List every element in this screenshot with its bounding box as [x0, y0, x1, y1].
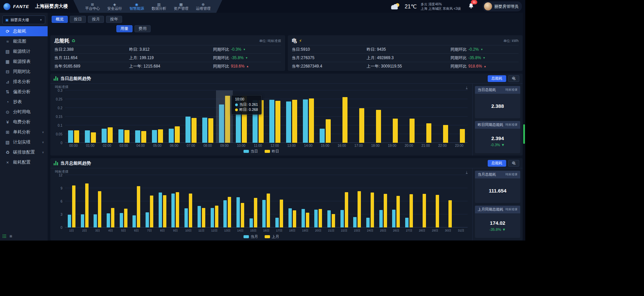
sidebar-item-energy-report[interactable]: ▦能源报表 — [0, 56, 48, 67]
bar-group[interactable] — [400, 90, 417, 143]
bar-group[interactable] — [286, 175, 299, 227]
bar-group[interactable] — [364, 175, 377, 227]
bar-group[interactable] — [283, 90, 300, 143]
chart-toggle-total[interactable]: 总能耗 — [488, 160, 506, 167]
bar-group[interactable] — [149, 90, 166, 143]
bar-group[interactable] — [367, 90, 384, 143]
legend-item[interactable]: 昨日 — [265, 149, 279, 154]
bar-group[interactable] — [317, 90, 333, 143]
bar-group[interactable] — [260, 175, 273, 227]
bar-group[interactable] — [454, 175, 468, 227]
energy-report-icon: ▦ — [5, 59, 10, 64]
bar-group[interactable] — [247, 175, 260, 227]
user-menu[interactable]: 丽婴房管理员 — [483, 1, 522, 11]
dots-grid-icon[interactable] — [3, 235, 3, 235]
app-window: FANTE 上海丽婴房大楼 ⊞平台中心◈安全运行◉智慧能源▥数据分析▦资产管理⊕… — [0, 0, 525, 241]
notification-bell-icon[interactable]: 11 — [468, 3, 474, 10]
sidebar-item-energy-stats[interactable]: ▤能源统计 — [0, 46, 48, 56]
sidebar-item-electricity-fee[interactable]: ¥电费分析 — [0, 117, 48, 127]
sidebar-item-carbon-config[interactable]: ♻碳排放配置∨ — [0, 147, 48, 157]
energy-stats-icon: ▤ — [5, 49, 10, 54]
tab-yearly[interactable]: 按年 — [106, 16, 122, 23]
bar-group[interactable] — [350, 90, 367, 143]
bar-group[interactable] — [65, 175, 78, 227]
bar-group[interactable] — [208, 175, 221, 227]
bar-group[interactable] — [273, 175, 286, 227]
bar-group[interactable] — [169, 175, 182, 227]
bar-group[interactable] — [325, 175, 338, 227]
building-select[interactable]: ▣ 丽婴房大楼 ▼ — [2, 15, 45, 24]
bar-group[interactable] — [143, 175, 156, 227]
tab-monthly[interactable]: 按月 — [88, 16, 104, 23]
collapse-sidebar-icon[interactable]: ≡ — [9, 234, 12, 239]
sidebar-item-unit-consumption[interactable]: ⊞单耗分析∨ — [0, 127, 48, 137]
sidebar-item-deviation[interactable]: ⇅偏差分析 — [0, 87, 48, 97]
bar-group[interactable] — [377, 175, 390, 227]
bar-group[interactable] — [78, 175, 91, 227]
bar-group[interactable] — [221, 175, 234, 227]
bar-group[interactable] — [82, 90, 99, 143]
sidebar-item-meter-reading[interactable]: ◔抄表 — [0, 97, 48, 107]
bar-group[interactable] — [390, 175, 403, 227]
bar-group[interactable] — [351, 175, 364, 227]
bar-group[interactable] — [338, 175, 351, 227]
sidebar-item-tou-power[interactable]: ⊙分时用电 — [0, 107, 48, 117]
bar-group[interactable] — [130, 175, 143, 227]
legend-item[interactable]: 当月 — [244, 234, 258, 239]
chart-toggle-total[interactable]: 总能耗 — [488, 75, 506, 82]
chart-toggle-electric[interactable]: 电 — [508, 160, 519, 167]
legend-item[interactable]: 上月 — [265, 234, 279, 239]
bar-group[interactable] — [266, 90, 283, 143]
sidebar-item-plan-actual[interactable]: ▧计划实绩∨ — [0, 137, 48, 147]
tab-overview[interactable]: 概览 — [52, 16, 68, 23]
scrollbar-thumb[interactable] — [523, 124, 525, 144]
sidebar-item-period-compare[interactable]: ⊟同期对比 — [0, 67, 48, 77]
bar-group[interactable] — [65, 90, 82, 143]
bar — [384, 194, 387, 227]
bar-group[interactable] — [416, 175, 429, 227]
bar-group[interactable] — [300, 90, 317, 143]
bar-group[interactable] — [182, 175, 195, 227]
nav-item-ops-management[interactable]: ⊕运维管理 — [193, 2, 214, 11]
bar-group[interactable] — [402, 175, 416, 227]
nav-item-asset-management[interactable]: ▦资产管理 — [171, 2, 192, 11]
legend-item[interactable]: 当日 — [244, 149, 258, 154]
bar-group[interactable] — [91, 175, 104, 227]
bar-group[interactable] — [199, 90, 216, 143]
nav-item-platform-center[interactable]: ⊞平台中心 — [82, 2, 103, 11]
bar-group[interactable] — [434, 90, 451, 143]
bar-group[interactable] — [441, 175, 454, 227]
bar — [309, 98, 314, 143]
bar — [306, 213, 309, 227]
bar-group[interactable] — [156, 175, 169, 227]
sidebar-item-energy-config[interactable]: ×能耗配置 — [0, 157, 48, 167]
sidebar-item-energy-flow[interactable]: ≈能流图 — [0, 36, 48, 46]
bar-group[interactable] — [117, 175, 130, 227]
nav-item-data-analysis[interactable]: ▥数据分析 — [149, 2, 169, 11]
chart-toggle-electric[interactable]: 电 — [508, 75, 519, 82]
download-icon[interactable]: ↓ — [466, 85, 468, 89]
bar-group[interactable] — [333, 90, 350, 143]
bar-group[interactable] — [104, 175, 117, 227]
sidebar-item-ranking[interactable]: ⊿排名分析 — [0, 77, 48, 87]
bar-group[interactable] — [115, 90, 132, 143]
bar-group[interactable] — [384, 90, 400, 143]
bar-group[interactable] — [299, 175, 312, 227]
tab-daily[interactable]: 按日 — [70, 16, 86, 23]
bar-group[interactable] — [195, 175, 208, 227]
download-icon[interactable]: ↓ — [466, 170, 468, 174]
bar-group[interactable] — [451, 90, 468, 143]
bar-group[interactable] — [234, 175, 247, 227]
sidebar-item-total-energy[interactable]: ⟳总能耗 — [0, 26, 48, 36]
bar-group[interactable] — [182, 90, 199, 143]
bar-group[interactable] — [166, 90, 182, 143]
nav-item-safe-operation[interactable]: ◈安全运行 — [104, 2, 125, 11]
bar-group[interactable] — [417, 90, 434, 143]
bar-group[interactable] — [429, 175, 442, 227]
nav-item-smart-energy[interactable]: ◉智慧能源 — [126, 2, 147, 11]
tab-usage[interactable]: 用量 — [116, 25, 132, 32]
bar-group[interactable] — [99, 90, 115, 143]
tab-cost[interactable]: 费用 — [135, 25, 151, 32]
bar-group[interactable] — [312, 175, 325, 227]
bar-group[interactable] — [132, 90, 149, 143]
